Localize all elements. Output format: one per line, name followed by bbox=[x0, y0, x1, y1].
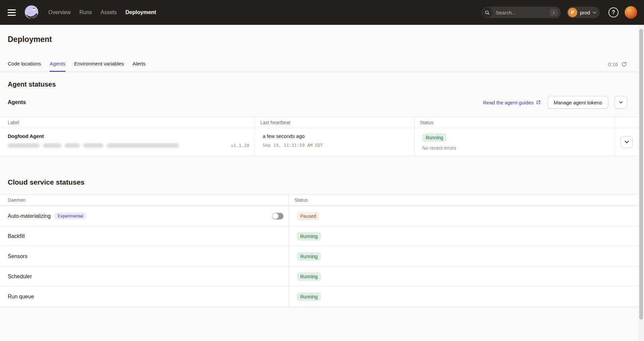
agent-guides-link-label: Read the agent guides bbox=[483, 100, 534, 105]
external-link-icon bbox=[536, 100, 541, 105]
nav-item-assets[interactable]: Assets bbox=[101, 9, 117, 15]
tab-alerts[interactable]: Alerts bbox=[132, 57, 145, 72]
tab-environment-variables[interactable]: Environment variables bbox=[74, 57, 124, 72]
nav-item-deployment[interactable]: Deployment bbox=[125, 9, 156, 15]
daemon-name: Auto-materializing bbox=[8, 213, 51, 219]
auto-materializing-toggle[interactable] bbox=[272, 213, 283, 220]
heartbeat-relative: a few seconds ago bbox=[263, 133, 409, 139]
nav-item-overview[interactable]: Overview bbox=[48, 9, 71, 15]
daemon-row-auto-materializing: Auto-materializing Experimental Paused bbox=[0, 206, 638, 226]
cloud-services-table: Daemon Status Auto-materializing Experim… bbox=[0, 194, 638, 307]
agent-row-expand-button[interactable] bbox=[621, 136, 633, 148]
refresh-timer: 0:16 bbox=[608, 61, 618, 67]
tab-agents[interactable]: Agents bbox=[50, 57, 65, 72]
daemon-status-badge: Running bbox=[297, 252, 321, 261]
column-header-status: Status bbox=[289, 195, 638, 206]
column-header-label: Label bbox=[0, 117, 255, 128]
main-content: Deployment Code locations Agents Environ… bbox=[0, 25, 644, 341]
agent-version: v1.1.20 bbox=[231, 143, 249, 148]
org-switcher[interactable]: P prod bbox=[567, 7, 600, 18]
help-icon[interactable]: ? bbox=[608, 7, 619, 17]
vertical-scrollbar[interactable] bbox=[638, 25, 644, 341]
tab-code-locations[interactable]: Code locations bbox=[8, 57, 41, 72]
org-avatar: P bbox=[568, 8, 577, 17]
manage-agent-tokens-button[interactable]: Manage agent tokens bbox=[547, 96, 608, 109]
daemon-status-badge: Running bbox=[297, 272, 321, 281]
column-header-status: Status bbox=[415, 117, 615, 128]
heartbeat-absolute: Sep 19, 11:31:59 AM EDT bbox=[263, 143, 409, 148]
search-input[interactable]: Search... / bbox=[482, 7, 561, 18]
cloud-service-statuses-heading: Cloud service statuses bbox=[8, 178, 638, 186]
agents-table: Label Last heartbeat Status Dogfood Agen… bbox=[0, 117, 638, 156]
agent-status-note: No recent errors bbox=[422, 145, 609, 151]
agent-id-redacted bbox=[8, 143, 179, 148]
column-header-actions bbox=[615, 117, 638, 128]
agent-guides-link[interactable]: Read the agent guides bbox=[483, 100, 541, 105]
daemon-status-badge: Running bbox=[297, 232, 321, 241]
agent-statuses-heading: Agent statuses bbox=[8, 80, 638, 88]
agent-status-badge: Running bbox=[422, 133, 446, 142]
agents-subheading: Agents bbox=[8, 99, 26, 105]
column-header-daemon: Daemon bbox=[0, 195, 289, 206]
daemon-status-badge: Paused bbox=[297, 212, 319, 221]
column-header-last-heartbeat: Last heartbeat bbox=[255, 117, 415, 128]
caret-down-icon bbox=[619, 101, 623, 103]
agent-tokens-menu-button[interactable] bbox=[614, 96, 627, 109]
daemon-row-backfill: Backfill Running bbox=[0, 226, 638, 246]
dagster-logo-icon[interactable] bbox=[24, 5, 39, 20]
daemon-name: Scheduler bbox=[8, 274, 32, 280]
page-title: Deployment bbox=[0, 25, 638, 44]
user-avatar[interactable] bbox=[625, 6, 637, 19]
top-navbar: Overview Runs Assets Deployment Search..… bbox=[0, 0, 644, 25]
chevron-down-icon bbox=[625, 141, 629, 143]
agent-name: Dogfood Agent bbox=[8, 133, 249, 139]
primary-nav: Overview Runs Assets Deployment bbox=[48, 9, 156, 15]
refresh-icon[interactable] bbox=[621, 61, 627, 67]
agent-row: Dogfood Agent v1.1.20 a few seconds ago … bbox=[0, 128, 638, 156]
hamburger-menu-icon[interactable] bbox=[8, 9, 16, 16]
chevron-down-icon bbox=[593, 11, 596, 14]
experimental-badge: Experimental bbox=[55, 212, 86, 220]
deployment-tabs: Code locations Agents Environment variab… bbox=[0, 57, 638, 72]
search-placeholder: Search... bbox=[496, 10, 516, 15]
daemon-row-scheduler: Scheduler Running bbox=[0, 266, 638, 286]
search-icon bbox=[482, 7, 492, 17]
scrollbar-thumb[interactable] bbox=[639, 29, 643, 320]
nav-item-runs[interactable]: Runs bbox=[79, 9, 92, 15]
daemon-row-run-queue: Run queue Running bbox=[0, 286, 638, 306]
org-name: prod bbox=[580, 10, 590, 15]
daemon-row-sensors: Sensors Running bbox=[0, 246, 638, 266]
daemon-status-badge: Running bbox=[297, 292, 321, 301]
cloud-table-header: Daemon Status bbox=[0, 195, 638, 206]
daemon-name: Sensors bbox=[8, 253, 28, 259]
daemon-name: Run queue bbox=[8, 294, 34, 300]
daemon-name: Backfill bbox=[8, 233, 25, 239]
search-shortcut-key: / bbox=[550, 9, 558, 16]
agents-table-header: Label Last heartbeat Status bbox=[0, 117, 638, 128]
